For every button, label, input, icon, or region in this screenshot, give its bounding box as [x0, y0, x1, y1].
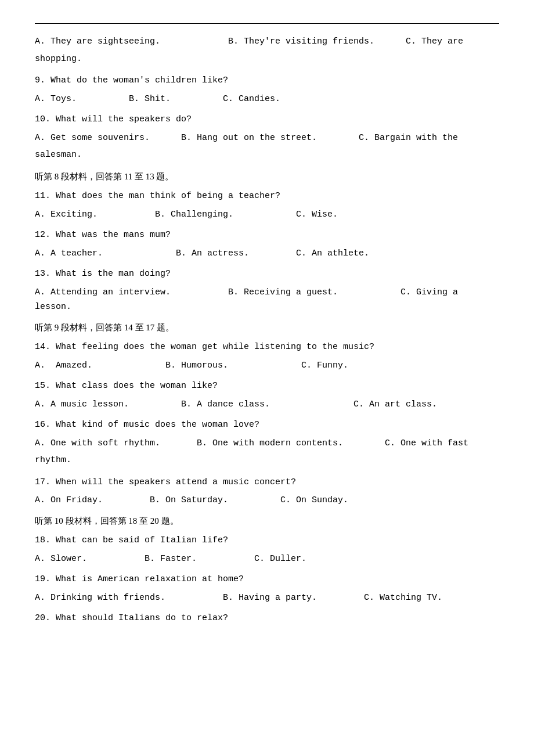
q9-options: A. Toys. B. Shit. C. Candies.: [35, 92, 499, 107]
q8-answer-line2: shopping.: [35, 52, 499, 67]
q8-shopping: shopping.: [35, 54, 82, 64]
q16-options-line1: A. One with soft rhythm. B. One with mod…: [35, 436, 499, 451]
q11-options: A. Exciting. B. Challenging. C. Wise.: [35, 207, 499, 222]
q17-question: 17. When will the speakers attend a musi…: [35, 475, 499, 490]
q8-answer-line1: A. They are sightseeing. B. They're visi…: [35, 34, 499, 49]
q20-question: 20. What should Italians do to relax?: [35, 611, 499, 626]
q13-options: A. Attending an interview. B. Receiving …: [35, 285, 499, 315]
q12-question: 12. What was the mans mum?: [35, 228, 499, 243]
q12-options: A. A teacher. B. An actress. C. An athle…: [35, 246, 499, 261]
q16-question: 16. What kind of music does the woman lo…: [35, 417, 499, 433]
q19-options: A. Drinking with friends. B. Having a pa…: [35, 591, 499, 606]
q13-question: 13. What is the man doing?: [35, 267, 499, 282]
q19-question: 19. What is American relaxation at home?: [35, 572, 499, 587]
section-10-header: 听第 10 段材料，回答第 18 至 20 题。: [35, 514, 499, 529]
q8-options-text: A. They are sightseeing. B. They're visi…: [35, 37, 463, 46]
q9-question: 9. What do the woman's children like?: [35, 73, 499, 88]
q18-options: A. Slower. B. Faster. C. Duller.: [35, 552, 499, 567]
q10-options-line2: salesman.: [35, 147, 499, 163]
q16-options-line2: rhythm.: [35, 453, 499, 468]
q10-question: 10. What will the speakers do?: [35, 112, 499, 127]
q14-question: 14. What feeling does the woman get whil…: [35, 340, 499, 355]
q17-options: A. On Friday. B. On Saturday. C. On Sund…: [35, 493, 499, 508]
q11-question: 11. What does the man think of being a t…: [35, 189, 499, 204]
section-9-header: 听第 9 段材料，回答第 14 至 17 题。: [35, 321, 499, 336]
q18-question: 18. What can be said of Italian life?: [35, 533, 499, 548]
top-divider: [35, 23, 499, 24]
q10-options-line1: A. Get some souvenirs. B. Hang out on th…: [35, 131, 499, 146]
q14-options: A. Amazed. B. Humorous. C. Funny.: [35, 358, 499, 373]
q15-options: A. A music lesson. B. A dance class. C. …: [35, 397, 499, 412]
q15-question: 15. What class does the woman like?: [35, 379, 499, 394]
section-8-header: 听第 8 段材料，回答第 11 至 13 题。: [35, 170, 499, 185]
